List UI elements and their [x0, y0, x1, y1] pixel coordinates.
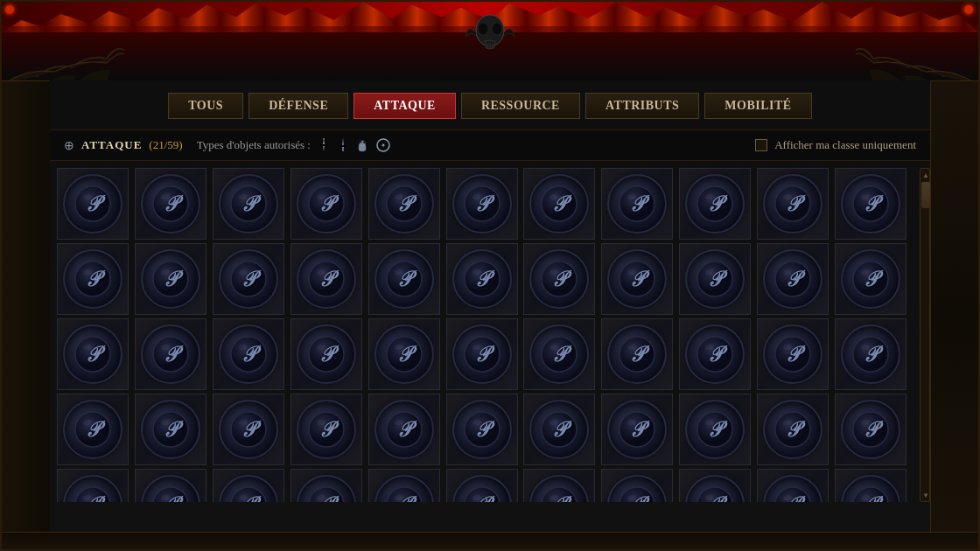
skill-cell[interactable]: 𝒫	[601, 394, 673, 465]
skill-cell[interactable]: 𝒫	[523, 469, 595, 502]
class-filter-checkbox[interactable]	[755, 139, 767, 151]
type-icon-fist	[354, 137, 370, 153]
skill-cell[interactable]: 𝒫	[368, 243, 440, 315]
scrollbar[interactable]: ▲ ▼	[920, 168, 930, 502]
skill-cell[interactable]: 𝒫	[523, 394, 595, 465]
class-filter-label: Afficher ma classe uniquement	[774, 138, 916, 152]
class-filter-checkbox-label[interactable]: Afficher ma classe uniquement	[755, 138, 916, 152]
skill-cell[interactable]: 𝒫	[290, 394, 362, 465]
corner-dot-tl	[5, 5, 14, 14]
skill-cell[interactable]: 𝒫	[757, 168, 829, 240]
skill-cell[interactable]: 𝒫	[835, 469, 906, 502]
tab-attaque[interactable]: Attaque	[354, 93, 456, 119]
skill-cell[interactable]: 𝒫	[835, 243, 906, 315]
skill-cell[interactable]: 𝒫	[601, 318, 673, 390]
skill-cell[interactable]: 𝒫	[368, 469, 440, 502]
svg-rect-9	[342, 149, 344, 151]
skill-cell[interactable]: 𝒫	[135, 469, 206, 502]
corner-top-left	[2, 2, 19, 19]
top-banner	[2, 2, 978, 80]
section-title: ⊕ ATTAQUE (21/59)	[64, 138, 183, 153]
skill-cell[interactable]: 𝒫	[446, 469, 518, 502]
corner-top-right	[961, 2, 978, 19]
skill-cell[interactable]: 𝒫	[57, 318, 129, 390]
corner-dot-tr	[964, 5, 973, 14]
grid-scroll-container: 𝒫 𝒫	[57, 168, 923, 502]
section-left: ⊕ ATTAQUE (21/59) Types d'objets autoris…	[64, 137, 391, 153]
skill-cell[interactable]: 𝒫	[679, 168, 751, 240]
type-icon-orb	[375, 137, 391, 153]
tab-mobilite[interactable]: Mobilité	[704, 93, 811, 119]
skill-cell[interactable]: 𝒫	[213, 469, 284, 502]
svg-point-2	[492, 23, 502, 35]
skill-cell[interactable]: 𝒫	[757, 243, 829, 315]
skill-cell[interactable]: 𝒫	[368, 394, 440, 465]
skill-cell[interactable]: 𝒫	[213, 168, 284, 240]
skill-cell[interactable]: 𝒫	[757, 469, 829, 502]
skill-cell[interactable]: 𝒫	[368, 318, 440, 390]
skill-cell[interactable]: 𝒫	[290, 318, 362, 390]
skill-cell[interactable]: 𝒫	[523, 168, 595, 240]
section-right: Afficher ma classe uniquement	[755, 138, 916, 152]
skills-grid: 𝒫 𝒫	[57, 168, 923, 502]
skill-cell[interactable]: 𝒫	[446, 394, 518, 465]
section-header: ⊕ ATTAQUE (21/59) Types d'objets autoris…	[50, 129, 930, 161]
skill-cell[interactable]: 𝒫	[57, 243, 129, 315]
skill-cell[interactable]: 𝒫	[679, 318, 751, 390]
skill-cell[interactable]: 𝒫	[835, 318, 906, 390]
tabs-row: Tous Défense Attaque Ressource Attributs…	[50, 80, 930, 129]
skill-cell[interactable]: 𝒫	[601, 243, 673, 315]
section-types: Types d'objets autorisés :	[197, 137, 391, 153]
skill-cell[interactable]: 𝒫	[523, 318, 595, 390]
skill-cell[interactable]: 𝒫	[290, 469, 362, 502]
scrollbar-arrow-down[interactable]: ▼	[920, 489, 930, 501]
skill-cell[interactable]: 𝒫	[446, 243, 518, 315]
skill-cell[interactable]: 𝒫	[523, 243, 595, 315]
skill-cell[interactable]: 𝒫	[135, 243, 206, 315]
skill-cell[interactable]: 𝒫	[135, 394, 206, 465]
skill-cell[interactable]: 𝒫	[135, 318, 206, 390]
skill-cell[interactable]: 𝒫	[679, 469, 751, 502]
skill-cell[interactable]: 𝒫	[679, 394, 751, 465]
svg-point-12	[382, 144, 384, 147]
skill-cell[interactable]: 𝒫	[679, 243, 751, 315]
skill-cell[interactable]: 𝒫	[290, 243, 362, 315]
tab-tous[interactable]: Tous	[168, 93, 243, 119]
tab-defense[interactable]: Défense	[248, 93, 348, 119]
skull-decoration	[464, 6, 516, 59]
grid-wrapper: 𝒫 𝒫	[50, 161, 930, 509]
skill-cell[interactable]: 𝒫	[57, 394, 129, 465]
skill-cell[interactable]: 𝒫	[757, 394, 829, 465]
skill-cell[interactable]: 𝒫	[290, 168, 362, 240]
bottom-frame	[2, 532, 978, 549]
skill-cell[interactable]: 𝒫	[835, 394, 906, 465]
svg-point-7	[323, 144, 325, 146]
tab-ressource[interactable]: Ressource	[461, 93, 580, 119]
tab-attributs[interactable]: Attributs	[585, 93, 699, 119]
skill-cell[interactable]: 𝒫	[135, 168, 206, 240]
skill-cell[interactable]: 𝒫	[213, 394, 284, 465]
skill-cell[interactable]: 𝒫	[57, 469, 129, 502]
svg-rect-6	[2, 81, 50, 536]
type-icon-dagger	[337, 137, 349, 153]
skill-cell[interactable]: 𝒫	[835, 168, 906, 240]
skill-cell[interactable]: 𝒫	[601, 168, 673, 240]
section-name-label: ATTAQUE	[81, 138, 142, 152]
dragon-right-decoration	[856, 28, 978, 80]
skill-cell[interactable]: 𝒫	[446, 318, 518, 390]
skill-cell[interactable]: 𝒫	[213, 318, 284, 390]
content-area: Tous Défense Attaque Ressource Attributs…	[50, 80, 930, 532]
skill-cell[interactable]: 𝒫	[368, 168, 440, 240]
skill-cell[interactable]: 𝒫	[757, 318, 829, 390]
type-icon-sword	[316, 137, 332, 153]
section-count-label: (21/59)	[149, 138, 182, 152]
skill-cell[interactable]: 𝒫	[446, 168, 518, 240]
section-settings-icon: ⊕	[64, 138, 74, 153]
scrollbar-arrow-up[interactable]: ▲	[920, 169, 930, 181]
svg-point-1	[478, 23, 488, 35]
dragon-left-decoration	[2, 28, 124, 80]
skill-cell[interactable]: 𝒫	[57, 168, 129, 240]
skill-cell[interactable]: 𝒫	[213, 243, 284, 315]
skill-cell[interactable]: 𝒫	[601, 469, 673, 502]
scrollbar-thumb[interactable]	[921, 182, 930, 208]
